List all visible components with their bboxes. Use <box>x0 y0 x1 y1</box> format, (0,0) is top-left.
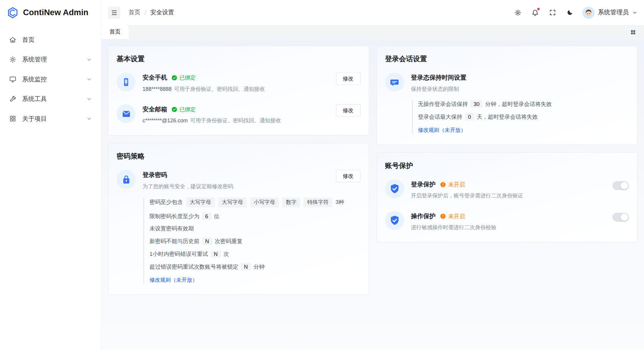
item-description: c********@126.com可用于身份验证、密码找回、通知接收 <box>143 117 329 124</box>
sidebar-item-system-monitor[interactable]: 系统监控 <box>4 70 97 88</box>
security-settings-page: 基本设置 安全手机 <box>102 39 644 350</box>
avatar <box>583 6 595 18</box>
rule-text: 登录会话最大保持 <box>418 113 462 121</box>
sidebar-item-label: 系统监控 <box>22 75 80 83</box>
bound-badge: 已绑定 <box>171 74 196 82</box>
session-keep-item: 登录态保持时间设置 保持登录状态的限制 <box>385 73 629 93</box>
item-description: 保持登录状态的限制 <box>411 85 629 93</box>
tab-actions-grid-icon[interactable] <box>627 25 639 39</box>
badge-label: 已绑定 <box>179 74 195 82</box>
operation-protection-toggle[interactable] <box>612 213 629 222</box>
char-type-tag: 大写字母 <box>186 197 215 207</box>
settings-icon[interactable] <box>511 6 525 20</box>
item-description: 为了您的账号安全，建议定期修改密码 <box>143 183 329 190</box>
shield-check-icon <box>385 211 404 230</box>
status-label: 未开启 <box>448 181 465 188</box>
sidebar-item-about-project[interactable]: 关于项目 <box>4 110 97 128</box>
app-logo-row[interactable]: ContiNew Admin <box>0 0 101 25</box>
history-count-value: N <box>202 237 212 245</box>
item-description: 开启登录保护后，账号登录需进行二次身份验证 <box>411 192 605 199</box>
item-description: 进行敏感操作时需进行二次身份校验 <box>411 224 605 231</box>
breadcrumb-separator: / <box>145 9 146 16</box>
modify-password-button[interactable]: 修改 <box>336 170 360 182</box>
modify-phone-button[interactable]: 修改 <box>336 73 360 85</box>
rule-text: 新密码不能与历史前 <box>150 237 200 245</box>
rule-password-chars: 密码至少包含 大写字母 大写字母 小写字母 数字 特殊字符 3种 <box>150 197 360 207</box>
status-label: 未开启 <box>448 213 465 220</box>
warning-circle-icon <box>440 181 446 188</box>
monitor-icon <box>9 76 16 83</box>
notification-icon[interactable] <box>528 6 542 20</box>
rule-text: 3种 <box>336 199 344 206</box>
toggle-knob <box>621 213 628 221</box>
sidebar-item-label: 系统管理 <box>22 56 80 63</box>
rule-password-length: 限制密码长度至少为 6 位 <box>150 212 360 220</box>
card-login-session: 登录会话设置 登录态保持时间设置 保持登录状态的限制 <box>376 46 637 145</box>
user-menu[interactable]: 系统管理员 <box>583 6 637 18</box>
max-days-value: 0 <box>465 113 474 121</box>
sidebar-item-label: 关于项目 <box>22 115 80 123</box>
left-column: 基本设置 安全手机 <box>108 46 369 295</box>
apps-icon <box>9 115 16 122</box>
rule-password-expiry: 未设置密码有效期 <box>150 225 360 232</box>
breadcrumb-home[interactable]: 首页 <box>129 9 140 16</box>
status-badge: 未开启 <box>440 181 465 188</box>
sidebar-item-home[interactable]: 首页 <box>4 31 97 49</box>
item-title: 安全邮箱 <box>143 106 167 113</box>
session-rules-list: 无操作登录会话保持 30 分钟，超时登录会话将失效 登录会话最大保持 0 天，超… <box>412 100 629 134</box>
rule-idle-session: 无操作登录会话保持 30 分钟，超时登录会话将失效 <box>418 100 629 108</box>
settings-icon <box>9 56 16 63</box>
modify-email-button[interactable]: 修改 <box>336 104 360 116</box>
item-title: 登录保护 <box>411 181 436 189</box>
item-title: 安全手机 <box>143 74 167 82</box>
app-title: ContiNew Admin <box>23 8 88 17</box>
security-email-item: 安全邮箱 已绑定 c********@126.com可用于身份验证、密码找回、通… <box>117 104 360 124</box>
sidebar-item-system-tools[interactable]: 系统工具 <box>4 90 97 108</box>
bound-badge: 已绑定 <box>171 106 196 113</box>
top-bar: 首页 / 安全设置 <box>102 0 644 25</box>
dark-mode-icon[interactable] <box>563 6 577 20</box>
safe-icon <box>117 170 136 189</box>
masked-email-value: c********@126.com <box>143 118 188 124</box>
item-title: 登录密码 <box>143 171 167 179</box>
breadcrumb: 首页 / 安全设置 <box>129 9 174 16</box>
home-icon <box>9 36 16 44</box>
check-circle-icon <box>171 106 178 113</box>
card-title: 基本设置 <box>117 54 360 64</box>
rule-text: 未设置密码有效期 <box>150 225 194 232</box>
item-body: 安全邮箱 已绑定 c********@126.com可用于身份验证、密码找回、通… <box>143 104 329 124</box>
item-title: 登录态保持时间设置 <box>411 74 466 82</box>
chevron-down-icon <box>86 76 92 82</box>
chevron-down-icon <box>86 57 92 62</box>
notification-badge-dot <box>537 8 539 10</box>
chevron-down-icon <box>86 96 92 102</box>
tab-bar: 首页 <box>102 25 644 39</box>
rule-password-retry: 1小时内密码错误可重试 N 次 <box>150 250 360 258</box>
sidebar-item-label: 系统工具 <box>22 95 80 103</box>
main-area: 首页 / 安全设置 <box>102 0 644 350</box>
item-body: 登录保护 未开启 开启登录保护后，账号登录需进行二次身份验证 <box>411 179 605 199</box>
modify-rules-link[interactable]: 修改规则（未开放） <box>418 126 466 134</box>
tool-icon <box>9 95 16 103</box>
modify-rules-link[interactable]: 修改规则（未开放） <box>150 276 198 284</box>
security-phone-item: 安全手机 已绑定 188****8888可用于身份验证、密码找回、通知接收 <box>117 73 360 93</box>
fullscreen-icon[interactable] <box>545 6 559 20</box>
rule-password-history: 新密码不能与历史前 N 次密码重复 <box>150 237 360 245</box>
char-type-tag: 小写字母 <box>250 197 279 207</box>
idle-minutes-value: 30 <box>470 100 483 108</box>
rule-text: 位 <box>214 213 219 220</box>
chat-icon <box>385 73 404 92</box>
tab-home[interactable]: 首页 <box>102 25 129 39</box>
rule-text: 天，超时登录会话将失效 <box>477 113 538 121</box>
chevron-down-icon <box>632 10 637 15</box>
mail-icon <box>117 104 136 123</box>
rule-text: 分钟 <box>254 263 265 270</box>
sidebar-collapse-button[interactable] <box>108 6 120 18</box>
login-protection-toggle[interactable] <box>612 181 629 190</box>
masked-phone-value: 188****8888 <box>143 86 172 92</box>
sidebar-item-system-management[interactable]: 系统管理 <box>4 50 97 69</box>
sidebar-item-label: 首页 <box>22 36 92 44</box>
breadcrumb-current: 安全设置 <box>150 9 174 16</box>
item-body: 登录态保持时间设置 保持登录状态的限制 <box>411 73 629 93</box>
item-title: 操作保护 <box>411 212 436 220</box>
